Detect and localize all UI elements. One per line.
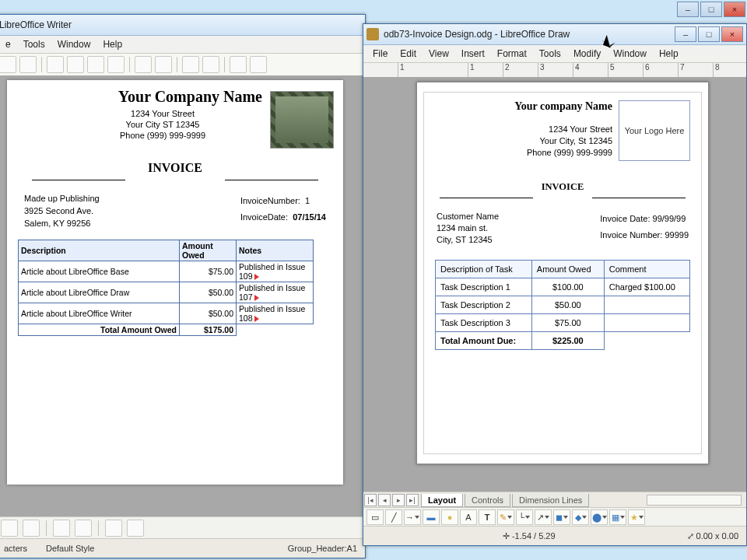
draw-menu-view[interactable]: View (423, 47, 455, 61)
draw-canvas[interactable]: Your Logo Here Your company Name 1234 Yo… (363, 77, 746, 492)
col-desc: Description (19, 240, 180, 261)
writer-tool-x5[interactable] (105, 520, 122, 537)
draw-menu-help[interactable]: Help (653, 47, 685, 61)
writer-tool-paste[interactable] (107, 56, 124, 73)
writer-menu-help[interactable]: Help (96, 37, 128, 51)
writer-tool-a[interactable] (230, 56, 247, 73)
draw-menu-file[interactable]: File (366, 47, 394, 61)
table-row: Task Description 3$75.00 (436, 313, 690, 331)
inv-num-label: Invoice Number: (600, 230, 662, 240)
cust-addr2: City, ST 12345 (437, 234, 499, 246)
inv-date: 07/15/14 (293, 212, 326, 222)
writer-tool-table[interactable] (182, 56, 199, 73)
draw-menubar[interactable]: File Edit View Insert Format Tools Modif… (363, 45, 746, 63)
minimize-button[interactable]: – (675, 26, 696, 42)
tab-layout[interactable]: Layout (421, 494, 463, 507)
basic-shapes-icon[interactable]: ◼ (553, 509, 570, 525)
writer-tool-b[interactable] (250, 56, 267, 73)
writer-menubar[interactable]: e Tools Window Help (0, 36, 365, 54)
inv-num: 99999 (665, 230, 689, 240)
arrow-tool-icon[interactable]: → (404, 509, 421, 525)
writer-tool-open[interactable] (0, 56, 16, 73)
callout-icon[interactable]: ★ (628, 509, 645, 525)
draw-menu-edit[interactable]: Edit (394, 47, 423, 61)
writer-tool-x2[interactable] (23, 520, 40, 537)
draw-menu-tools[interactable]: Tools (533, 47, 567, 61)
writer-tool-find[interactable] (202, 56, 219, 73)
table-row: Article about LibreOffice Writer$50.00Pu… (19, 303, 314, 324)
customer-block: Made up Publishing 3925 Second Ave. Sale… (16, 193, 334, 240)
tab-controls[interactable]: Controls (465, 494, 510, 507)
writer-tool-cut[interactable] (67, 56, 84, 73)
text-tool2-icon[interactable]: T (479, 509, 496, 525)
divider-lines (16, 180, 334, 180)
line-tool-icon[interactable]: ╱ (385, 509, 402, 525)
curve-tool-icon[interactable]: ✎ (497, 509, 514, 525)
col-amt: Amount Owed (180, 240, 237, 261)
inv-date: 99/99/99 (653, 214, 686, 223)
lines-tool-icon[interactable]: ↗ (535, 509, 552, 525)
draw-scrollbar[interactable] (647, 495, 742, 506)
connector-tool-icon[interactable]: └ (516, 509, 533, 525)
draw-statusbar: ✛ -1.54 / 5.29 ⤢ 0.00 x 0.00 (363, 526, 746, 545)
tab-prev-icon[interactable]: ◂ (378, 494, 391, 506)
maximize-button[interactable]: □ (698, 26, 720, 42)
overflow-icon (254, 316, 259, 322)
draw-menu-window[interactable]: Window (607, 47, 653, 61)
company-address: 1234 Your Street Your City ST 12345 Phon… (63, 109, 262, 141)
writer-tool-save[interactable] (19, 56, 37, 73)
symbol-shapes-icon[interactable]: ◆ (572, 509, 589, 525)
writer-window: LibreOffice Writer e Tools Window Help Y… (0, 14, 366, 558)
writer-toolbar (0, 54, 365, 76)
cust-addr1: 3925 Second Ave. (24, 205, 100, 218)
writer-titlebar[interactable]: LibreOffice Writer (0, 15, 365, 36)
draw-title: odb73-Invoice Design.odg - LibreOffice D… (384, 29, 570, 40)
ellipse-tool-icon[interactable]: ● (441, 509, 458, 525)
draw-page[interactable]: Your Logo Here Your company Name 1234 Yo… (416, 82, 709, 464)
writer-tool-undo[interactable] (135, 56, 152, 73)
separator (41, 57, 42, 72)
draw-menu-insert[interactable]: Insert (455, 47, 491, 61)
table-row: Article about LibreOffice Draw$50.00Publ… (19, 282, 314, 303)
invoice-heading[interactable]: INVOICE (435, 181, 690, 193)
tab-first-icon[interactable]: |◂ (364, 494, 377, 506)
draw-menu-format[interactable]: Format (491, 47, 533, 61)
tab-next-icon[interactable]: ▸ (392, 494, 405, 506)
close-button[interactable]: × (724, 2, 745, 17)
writer-tool-redo[interactable] (155, 56, 172, 73)
block-arrows-icon[interactable]: ⬤ (591, 509, 608, 525)
writer-tool-print[interactable] (47, 56, 64, 73)
tab-last-icon[interactable]: ▸| (406, 494, 419, 506)
writer-tool-x4[interactable] (75, 520, 92, 537)
draw-drawing-toolbar: ▭ ╱ → ▬ ● A T ✎ └ ↗ ◼ ◆ ⬤ ▦ ★ (363, 507, 746, 527)
company-name: Your Company Name (63, 88, 262, 106)
cust-name: Made up Publishing (24, 193, 100, 205)
writer-tool-copy[interactable] (87, 56, 104, 73)
draw-logo-placeholder[interactable]: Your Logo Here (619, 100, 690, 161)
tab-dimension[interactable]: Dimension Lines (512, 494, 589, 507)
text-tool-icon[interactable]: A (460, 509, 477, 525)
writer-tool-x3[interactable] (53, 520, 70, 537)
customer-block[interactable]: Customer Name 1234 main st. City, ST 123… (435, 211, 690, 260)
writer-tool-x1[interactable] (1, 520, 18, 537)
draw-menu-modify[interactable]: Modify (567, 47, 607, 61)
draw-titlebar[interactable]: odb73-Invoice Design.odg - LibreOffice D… (363, 24, 746, 45)
writer-menu-0[interactable]: e (0, 37, 17, 51)
overflow-icon (254, 274, 259, 280)
desktop-window-controls: – □ × (675, 2, 745, 17)
addr-line3: Phone (999) 999-9999 (63, 131, 262, 142)
flowchart-icon[interactable]: ▦ (609, 509, 626, 525)
writer-menu-tools[interactable]: Tools (17, 37, 51, 51)
minimize-button[interactable]: – (677, 2, 699, 17)
writer-tool-x6[interactable] (127, 520, 144, 537)
rect-tool-icon[interactable]: ▬ (423, 509, 440, 525)
writer-title: LibreOffice Writer (0, 19, 72, 30)
select-tool-icon[interactable]: ▭ (366, 509, 384, 525)
writer-menu-window[interactable]: Window (51, 37, 97, 51)
divider-lines (435, 198, 690, 198)
table-row: Article about LibreOffice Base$75.00Publ… (19, 261, 314, 282)
close-button[interactable]: × (721, 26, 743, 42)
maximize-button[interactable]: □ (700, 2, 722, 17)
cust-addr1: 1234 main st. (437, 222, 499, 234)
draw-invoice-table[interactable]: Description of Task Amount Owed Comment … (435, 260, 690, 350)
